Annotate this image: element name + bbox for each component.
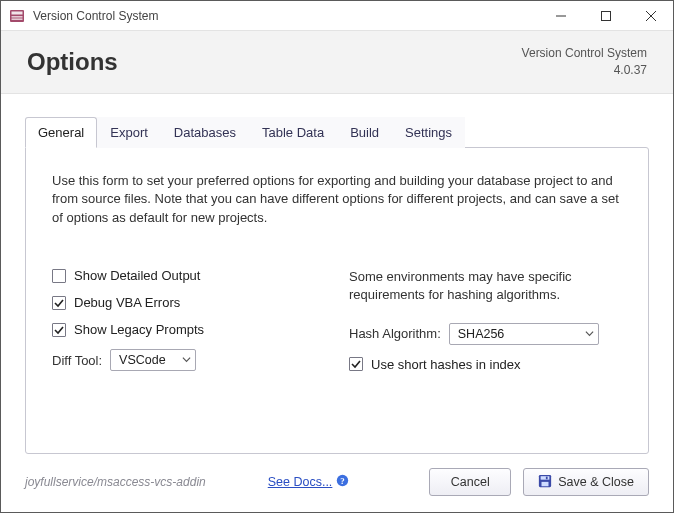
tab-export[interactable]: Export — [97, 117, 161, 148]
tab-general[interactable]: General — [25, 117, 97, 148]
tab-panel-general: Use this form to set your preferred opti… — [25, 147, 649, 454]
checkbox-show-detailed-output[interactable] — [52, 269, 66, 283]
checkbox-use-short-hashes[interactable] — [349, 357, 363, 371]
header: Options Version Control System 4.0.37 — [1, 31, 673, 94]
label-use-short-hashes: Use short hashes in index — [371, 357, 521, 372]
product-name: Version Control System — [522, 45, 647, 62]
options-window: Version Control System Options Version C… — [0, 0, 674, 513]
tab-databases[interactable]: Databases — [161, 117, 249, 148]
tab-build[interactable]: Build — [337, 117, 392, 148]
close-button[interactable] — [628, 1, 673, 30]
save-icon — [538, 474, 552, 491]
product-meta: Version Control System 4.0.37 — [522, 45, 647, 79]
svg-rect-1 — [12, 11, 23, 14]
window-title: Version Control System — [33, 9, 538, 23]
body: General Export Databases Table Data Buil… — [1, 94, 673, 454]
svg-rect-9 — [542, 481, 549, 485]
tab-table-data[interactable]: Table Data — [249, 117, 337, 148]
tabstrip: General Export Databases Table Data Buil… — [25, 116, 649, 147]
chevron-down-icon — [182, 353, 191, 367]
hash-note: Some environments may have specific requ… — [349, 268, 622, 304]
help-icon: ? — [336, 474, 349, 490]
minimize-button[interactable] — [538, 1, 583, 30]
maximize-button[interactable] — [583, 1, 628, 30]
checkbox-show-legacy-prompts[interactable] — [52, 323, 66, 337]
svg-text:?: ? — [341, 476, 345, 486]
svg-rect-3 — [12, 18, 23, 20]
page-title: Options — [27, 48, 522, 76]
right-column: Some environments may have specific requ… — [349, 268, 622, 383]
combo-diff-tool[interactable]: VSCode — [110, 349, 196, 371]
svg-rect-4 — [601, 11, 610, 20]
footer: joyfullservice/msaccess-vcs-addin See Do… — [1, 454, 673, 512]
see-docs-label: See Docs... — [268, 475, 333, 489]
label-hash-algorithm: Hash Algorithm: — [349, 326, 441, 341]
label-show-detailed-output: Show Detailed Output — [74, 268, 200, 283]
intro-text: Use this form to set your preferred opti… — [52, 172, 622, 229]
titlebar: Version Control System — [1, 1, 673, 31]
cancel-button[interactable]: Cancel — [429, 468, 511, 496]
svg-rect-10 — [546, 476, 548, 479]
combo-diff-tool-value: VSCode — [119, 353, 166, 367]
product-version: 4.0.37 — [522, 62, 647, 79]
see-docs-link[interactable]: See Docs... ? — [268, 474, 350, 490]
combo-hash-algorithm-value: SHA256 — [458, 327, 505, 341]
combo-hash-algorithm[interactable]: SHA256 — [449, 323, 599, 345]
svg-rect-8 — [541, 476, 550, 480]
label-debug-vba-errors: Debug VBA Errors — [74, 295, 180, 310]
left-column: Show Detailed Output Debug VBA Errors Sh… — [52, 268, 325, 383]
chevron-down-icon — [585, 327, 594, 341]
save-close-button-label: Save & Close — [558, 475, 634, 489]
svg-rect-2 — [12, 16, 23, 18]
tab-settings[interactable]: Settings — [392, 117, 465, 148]
save-close-button[interactable]: Save & Close — [523, 468, 649, 496]
checkbox-debug-vba-errors[interactable] — [52, 296, 66, 310]
cancel-button-label: Cancel — [451, 475, 490, 489]
label-diff-tool: Diff Tool: — [52, 353, 102, 368]
label-show-legacy-prompts: Show Legacy Prompts — [74, 322, 204, 337]
app-icon — [9, 8, 25, 24]
repo-path: joyfullservice/msaccess-vcs-addin — [25, 475, 206, 489]
